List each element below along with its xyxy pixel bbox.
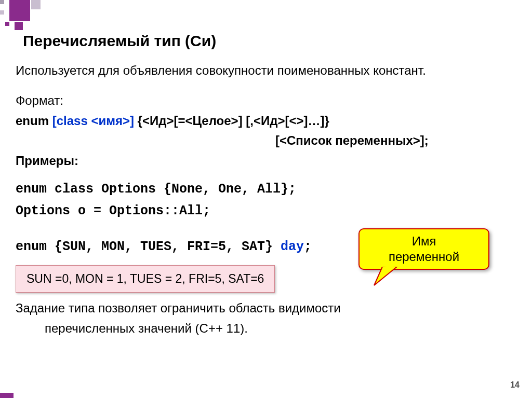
format-line-2: [<Список переменных>]; bbox=[16, 132, 516, 149]
callout-line-2: переменной bbox=[363, 249, 485, 265]
format-label: Формат: bbox=[16, 92, 516, 109]
svg-marker-0 bbox=[374, 267, 397, 285]
callout-line-1: Имя bbox=[363, 234, 485, 249]
examples-label: Примеры: bbox=[16, 153, 516, 169]
format-prefix: enum bbox=[16, 114, 52, 128]
code3-day-highlight: day bbox=[281, 239, 304, 254]
bottom-decoration bbox=[0, 393, 14, 398]
format-class-highlight: [class <имя>] bbox=[52, 114, 134, 128]
slide-body: Используется для объявления совокупности… bbox=[16, 62, 516, 340]
callout-box: Имя переменной bbox=[358, 228, 489, 270]
callout: Имя переменной bbox=[358, 228, 489, 270]
note-line-1: Задание типа позволяет ограничить област… bbox=[16, 300, 516, 317]
page-number: 14 bbox=[510, 380, 520, 390]
format-line-1: enum [class <имя>] {<Ид>[=<Целое>] [,<Ид… bbox=[16, 113, 516, 129]
slide-title: Перечисляемый тип (Си) bbox=[23, 32, 216, 50]
note-line-2: перечисленных значений (С++ 11). bbox=[16, 320, 516, 337]
code-line-2: Options o = Options::All; bbox=[16, 202, 516, 220]
code-line-1: enum class Options {None, One, All}; bbox=[16, 181, 516, 198]
slide-decoration bbox=[0, 0, 104, 31]
values-box: SUN =0, MON = 1, TUES = 2, FRI=5, SAT=6 bbox=[16, 265, 275, 293]
intro-text: Используется для объявления совокупности… bbox=[16, 62, 516, 79]
code3-suffix: ; bbox=[304, 239, 312, 254]
format-suffix: {<Ид>[=<Целое>] [,<Ид>[<>]…]} bbox=[134, 114, 329, 128]
code3-prefix: enum {SUN, MON, TUES, FRI=5, SAT} bbox=[16, 239, 281, 254]
callout-tail-icon bbox=[372, 267, 403, 287]
